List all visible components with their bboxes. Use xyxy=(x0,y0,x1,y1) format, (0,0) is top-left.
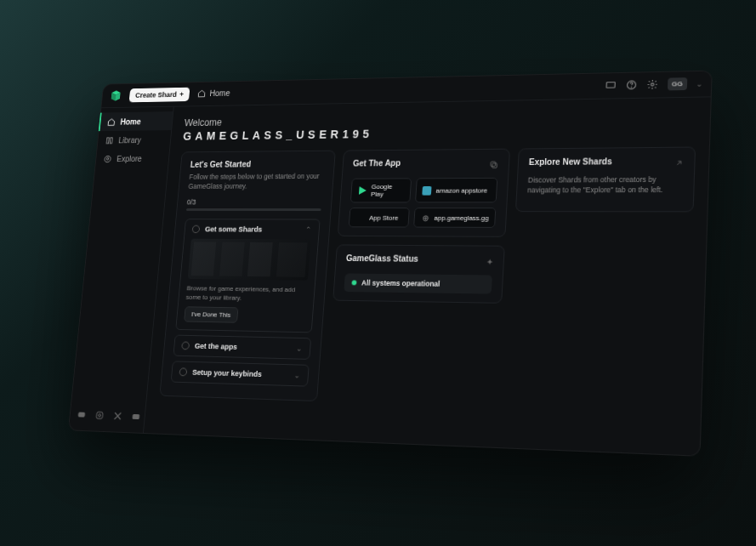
step-title: Get some Shards xyxy=(204,225,299,234)
library-icon xyxy=(104,135,113,145)
x-twitter-icon[interactable] xyxy=(112,411,122,421)
svg-rect-7 xyxy=(77,412,84,418)
app-btn-label: app.gameglass.gg xyxy=(434,213,489,221)
apple-icon xyxy=(355,213,365,223)
step-description: Browse for game experiences, and add som… xyxy=(185,283,307,304)
webapp-button[interactable]: ⊕ app.gameglass.gg xyxy=(412,208,496,228)
app-btn-label: amazon appstore xyxy=(435,186,487,194)
ive-done-this-button[interactable]: I've Done This xyxy=(184,306,238,322)
get-the-app-card: Get The App Google Play xyxy=(337,149,509,237)
chevron-up-icon: ⌃ xyxy=(304,225,311,234)
copy-link-icon[interactable] xyxy=(489,160,498,169)
google-play-icon xyxy=(356,185,367,196)
onboarding-step-header[interactable]: Setup your keybinds ⌄ xyxy=(171,362,308,386)
svg-rect-10 xyxy=(132,414,139,419)
onboarding-step-keybinds: Setup your keybinds ⌄ xyxy=(170,361,309,387)
svg-point-9 xyxy=(98,414,100,417)
step-preview-image xyxy=(187,238,310,280)
app-btn-label: Google Play xyxy=(370,183,404,197)
breadcrumb-label: Home xyxy=(209,88,230,98)
svg-point-6 xyxy=(104,156,111,162)
breadcrumb: Home xyxy=(196,88,230,99)
svg-point-2 xyxy=(631,87,632,88)
discord-icon[interactable] xyxy=(77,410,87,420)
status-message: All systems operational xyxy=(361,279,440,288)
get-started-card: Let's Get Started Follow the steps below… xyxy=(159,151,335,401)
step-status-circle-icon xyxy=(181,342,190,350)
sidebar-item-library[interactable]: Library xyxy=(96,130,171,150)
step-status-circle-icon xyxy=(179,368,187,377)
sparkle-icon[interactable]: ✦ xyxy=(486,257,493,266)
sidebar-item-explore[interactable]: Explore xyxy=(94,149,169,168)
external-link-icon[interactable] xyxy=(674,159,684,168)
main-content: Welcome GAMEGLASS_USER195 Let's Get Star… xyxy=(143,97,711,457)
home-icon xyxy=(196,89,207,99)
step-title: Setup your keybinds xyxy=(191,368,288,379)
get-started-subtitle: Follow the steps below to get started on… xyxy=(188,172,324,191)
status-title: GameGlass Status xyxy=(345,253,418,264)
chevron-down-icon: ⌄ xyxy=(293,371,300,379)
create-shard-button[interactable]: Create Shard + xyxy=(128,87,190,102)
youtube-icon[interactable] xyxy=(130,412,140,422)
get-started-progress: 0/3 xyxy=(186,198,321,207)
home-icon xyxy=(105,117,115,127)
step-status-circle-icon xyxy=(191,225,200,233)
instagram-icon[interactable] xyxy=(94,410,105,420)
amazon-icon xyxy=(421,185,431,196)
top-icons: GG ⌄ xyxy=(604,77,702,92)
explore-icon xyxy=(102,154,111,163)
explore-title: Explore New Shards xyxy=(528,156,611,167)
svg-rect-11 xyxy=(492,162,497,167)
globe-icon: ⊕ xyxy=(419,213,429,223)
sidebar-item-home[interactable]: Home xyxy=(98,111,173,131)
sidebar-item-label: Library xyxy=(118,135,141,144)
app-store-button[interactable]: App Store xyxy=(348,208,409,227)
get-started-title: Let's Get Started xyxy=(190,159,325,168)
onboarding-step-header[interactable]: Get some Shards ⌃ xyxy=(184,219,319,239)
explore-body: Discover Shards from other creators by n… xyxy=(526,175,682,196)
settings-icon[interactable] xyxy=(645,78,658,90)
google-play-button[interactable]: Google Play xyxy=(350,178,411,202)
user-avatar[interactable]: GG xyxy=(667,77,687,90)
chevron-down-icon: ⌄ xyxy=(295,344,302,353)
sidebar-social xyxy=(68,403,145,429)
svg-point-3 xyxy=(651,83,653,86)
svg-rect-4 xyxy=(105,138,108,144)
app-logo xyxy=(108,88,122,102)
status-dot-icon xyxy=(351,280,356,285)
get-the-app-title: Get The App xyxy=(352,158,401,168)
onboarding-step-apps: Get the apps ⌄ xyxy=(173,335,311,360)
explore-card: Explore New Shards Discover Shards from … xyxy=(514,147,695,213)
status-pill[interactable]: All systems operational xyxy=(344,274,492,294)
help-icon[interactable] xyxy=(625,79,638,91)
cast-icon[interactable] xyxy=(604,79,617,91)
app-window: Create Shard + Home GG ⌄ xyxy=(67,71,712,457)
onboarding-step-header[interactable]: Get the apps ⌄ xyxy=(173,336,310,359)
sidebar-item-label: Home xyxy=(120,117,141,126)
app-btn-label: App Store xyxy=(368,213,398,221)
svg-rect-0 xyxy=(606,82,615,88)
sidebar-item-label: Explore xyxy=(116,154,141,162)
progress-bar xyxy=(185,208,321,211)
create-shard-label: Create Shard xyxy=(134,90,176,99)
user-menu-chevron-icon[interactable]: ⌄ xyxy=(696,79,703,88)
plus-icon: + xyxy=(179,90,183,98)
svg-rect-5 xyxy=(109,137,111,143)
status-card: GameGlass Status ✦ All systems operation… xyxy=(333,244,505,303)
amazon-appstore-button[interactable]: amazon appstore xyxy=(414,178,497,202)
step-title: Get the apps xyxy=(194,342,290,353)
onboarding-step-shards: Get some Shards ⌃ Browse for game experi… xyxy=(175,219,320,333)
svg-rect-8 xyxy=(96,412,103,418)
